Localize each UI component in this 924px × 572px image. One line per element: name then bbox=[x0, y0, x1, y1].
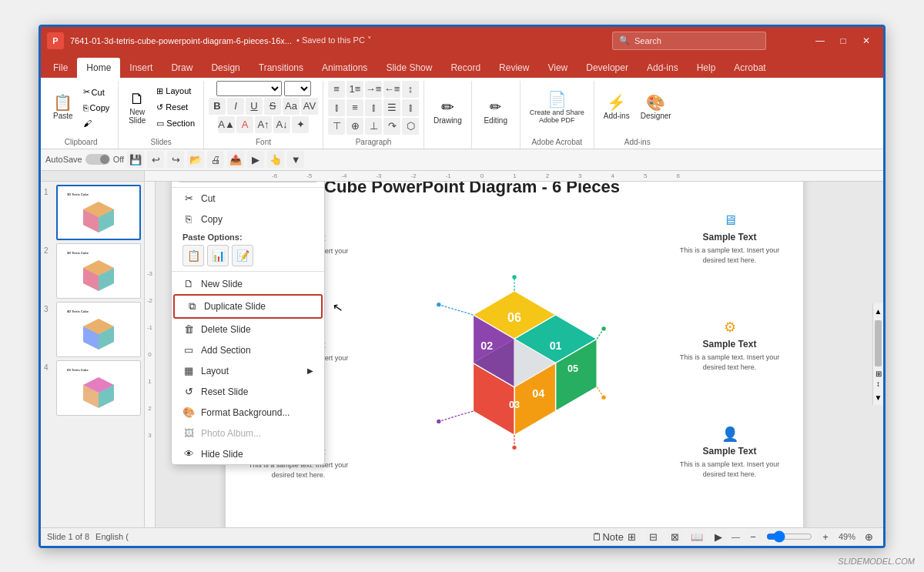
ctx-photo-album[interactable]: 🖼 Photo Album... bbox=[172, 423, 324, 443]
slide-preview-1[interactable]: 3D Tetris Cube bbox=[56, 185, 141, 240]
textalign-bot[interactable]: ⊥ bbox=[365, 118, 382, 135]
addins-button[interactable]: ⚡ Add-ins bbox=[599, 92, 634, 123]
ctx-cut[interactable]: ✂ Cut bbox=[172, 188, 324, 209]
paste-icon-2[interactable]: 📊 bbox=[207, 245, 229, 266]
scrollbar-vertical[interactable]: ▲ ⊞ ↕ ▼ bbox=[872, 303, 883, 405]
touchmode-button[interactable]: 👆 bbox=[267, 151, 284, 168]
zoom-out-button[interactable]: − bbox=[745, 528, 762, 545]
align-justify[interactable]: ☰ bbox=[383, 99, 400, 116]
slideshow-button[interactable]: ▶ bbox=[247, 151, 264, 168]
ctx-format-background[interactable]: 🎨 Format Background... bbox=[172, 402, 324, 423]
slide-sorter-button[interactable]: ⊠ bbox=[667, 528, 684, 545]
redo-button[interactable]: ↪ bbox=[167, 151, 184, 168]
slide-preview-2[interactable]: 3D Tetris Cube bbox=[56, 243, 141, 299]
context-search-input[interactable] bbox=[178, 182, 318, 183]
designer-button[interactable]: 🎨 Designer bbox=[636, 92, 676, 123]
textcase-button[interactable]: Aa bbox=[283, 98, 300, 115]
tab-animations[interactable]: Animations bbox=[313, 58, 377, 78]
tab-acrobat[interactable]: Acrobat bbox=[725, 58, 775, 78]
align-center[interactable]: ≡ bbox=[346, 99, 363, 116]
strikethrough-button[interactable]: S bbox=[264, 98, 281, 115]
slide-thumb-3[interactable]: 3 4D Tetris Cube bbox=[44, 302, 141, 357]
tab-insert[interactable]: Insert bbox=[120, 58, 162, 78]
tab-view[interactable]: View bbox=[538, 58, 577, 78]
slide-thumb-1[interactable]: 1 3D Tetris Cube bbox=[44, 185, 141, 240]
align-left[interactable]: ⫿ bbox=[328, 99, 345, 116]
scroll-up-button[interactable]: ▲ bbox=[873, 303, 883, 319]
fontsize-decrease[interactable]: A↓ bbox=[273, 116, 290, 133]
ctx-delete-slide[interactable]: 🗑 Delete Slide bbox=[172, 319, 324, 340]
editing-button[interactable]: ✏ Editing bbox=[477, 95, 515, 128]
context-search[interactable] bbox=[172, 182, 324, 189]
fit-width-button[interactable]: ↕ bbox=[876, 380, 880, 388]
paste-button[interactable]: 📋 Paste bbox=[49, 92, 78, 123]
reading-view-button[interactable]: 📖 bbox=[688, 528, 705, 545]
font-size-select[interactable] bbox=[284, 81, 311, 96]
italic-button[interactable]: I bbox=[227, 98, 244, 115]
maximize-button[interactable]: □ bbox=[832, 32, 854, 50]
fontshadow-button[interactable]: A▲ bbox=[218, 116, 235, 133]
fit-slide-button[interactable]: ⊕ bbox=[860, 528, 877, 545]
tab-home[interactable]: Home bbox=[77, 58, 120, 78]
minimize-button[interactable]: — bbox=[809, 32, 831, 50]
ctx-add-section[interactable]: ▭ Add Section bbox=[172, 340, 324, 360]
slide-thumb-2[interactable]: 2 3D Tetris Cube bbox=[44, 243, 141, 299]
columns-button[interactable]: ⫿ bbox=[402, 99, 419, 116]
new-slide-button[interactable]: 🗋 NewSlide bbox=[123, 88, 151, 128]
charspacing-button[interactable]: AV bbox=[301, 98, 318, 115]
textdirection-button[interactable]: ↷ bbox=[383, 118, 400, 135]
reset-button[interactable]: ↺ Reset bbox=[152, 100, 199, 115]
tab-draw[interactable]: Draw bbox=[162, 58, 202, 78]
tab-addins[interactable]: Add-ins bbox=[638, 58, 688, 78]
save-button[interactable]: 💾 bbox=[127, 151, 144, 168]
linespacing-button[interactable]: ↕ bbox=[402, 81, 419, 98]
customize-button[interactable]: ▼ bbox=[287, 151, 304, 168]
open-button[interactable]: 📂 bbox=[187, 151, 204, 168]
ctx-duplicate-slide[interactable]: ⧉ Duplicate Slide bbox=[173, 294, 323, 319]
ctx-reset-slide[interactable]: ↺ Reset Slide bbox=[172, 381, 324, 402]
textalign-top[interactable]: ⊤ bbox=[328, 118, 345, 135]
drawing-button[interactable]: ✏ Drawing bbox=[429, 96, 467, 128]
align-right[interactable]: ⫿ bbox=[365, 99, 382, 116]
tab-slideshow[interactable]: Slide Show bbox=[377, 58, 441, 78]
ctx-layout[interactable]: ▦ Layout ▶ bbox=[172, 360, 324, 381]
layout-button[interactable]: ⊞ Layout bbox=[152, 84, 199, 99]
format-painter-button[interactable]: 🖌 bbox=[79, 116, 114, 130]
scroll-thumb[interactable] bbox=[875, 320, 882, 366]
bullets-button[interactable]: ≡ bbox=[328, 81, 345, 98]
slide-preview-4[interactable]: 6S Tetris Cube bbox=[56, 360, 141, 416]
tab-help[interactable]: Help bbox=[688, 58, 725, 78]
print-button[interactable]: 🖨 bbox=[207, 151, 224, 168]
numbering-button[interactable]: 1≡ bbox=[346, 81, 363, 98]
close-button[interactable]: ✕ bbox=[855, 32, 877, 50]
paste-icon-1[interactable]: 📋 bbox=[182, 245, 204, 266]
font-family-select[interactable] bbox=[216, 81, 282, 96]
indent-decrease[interactable]: ←≡ bbox=[383, 81, 400, 98]
ctx-hide-slide[interactable]: 👁 Hide Slide bbox=[172, 443, 324, 464]
copy-button[interactable]: ⎘Copy bbox=[79, 101, 114, 115]
clearformatting-button[interactable]: ✦ bbox=[292, 116, 309, 133]
notes-button[interactable]: 🗒 Notes bbox=[602, 528, 619, 545]
normal-view-button[interactable]: ⊞ bbox=[624, 528, 641, 545]
ctx-new-slide[interactable]: 🗋 New Slide bbox=[172, 273, 324, 294]
underline-button[interactable]: U bbox=[246, 98, 263, 115]
tab-file[interactable]: File bbox=[44, 58, 77, 78]
ctx-copy[interactable]: ⎘ Copy bbox=[172, 209, 324, 229]
outline-view-button[interactable]: ⊟ bbox=[645, 528, 662, 545]
slide-thumb-4[interactable]: 4 6S Tetris Cube bbox=[44, 360, 141, 416]
export-button[interactable]: 📤 bbox=[227, 151, 244, 168]
slide-preview-3[interactable]: 4D Tetris Cube bbox=[56, 302, 141, 357]
zoom-in-button[interactable]: + bbox=[817, 528, 834, 545]
section-button[interactable]: ▭ Section bbox=[152, 116, 199, 131]
slideshow-view-button[interactable]: ▶ bbox=[710, 528, 727, 545]
cut-button[interactable]: ✂Cut bbox=[79, 85, 114, 99]
fontcolor-button[interactable]: A bbox=[236, 116, 253, 133]
create-pdf-button[interactable]: 📄 Create and ShareAdobe PDF bbox=[525, 89, 589, 127]
paste-icon-3[interactable]: 📝 bbox=[232, 245, 253, 266]
indent-increase[interactable]: →≡ bbox=[365, 81, 382, 98]
search-box[interactable]: 🔍 Search bbox=[612, 32, 766, 50]
tab-review[interactable]: Review bbox=[490, 58, 538, 78]
fit-page-button[interactable]: ⊞ bbox=[875, 370, 882, 378]
zoom-slider[interactable] bbox=[766, 533, 812, 540]
tab-transitions[interactable]: Transitions bbox=[249, 58, 313, 78]
